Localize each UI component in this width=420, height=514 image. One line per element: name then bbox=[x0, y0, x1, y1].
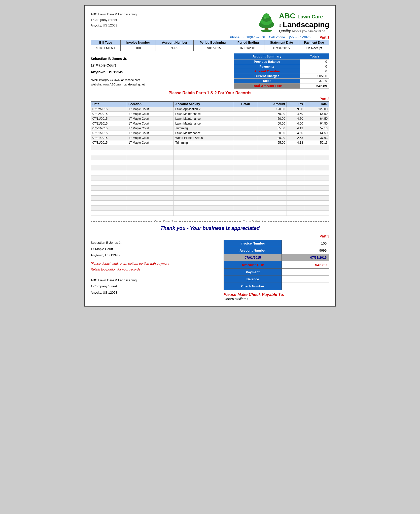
p3-account-label: Account Number bbox=[224, 247, 282, 254]
empty-row bbox=[91, 196, 329, 201]
col-total: Total bbox=[305, 102, 329, 107]
empty-row bbox=[91, 150, 329, 155]
part3-wrapper: Sebastian B Jones Jr. 17 Maple Court Any… bbox=[91, 240, 329, 301]
logo-tagline: Quality service you can count on. bbox=[279, 29, 329, 33]
cut-line-top: Cut on Dotted Line Cut on Dotted Line bbox=[91, 220, 329, 223]
cell-label: Cell Phone bbox=[269, 35, 285, 39]
customer-address2: Anytown, US 12345 bbox=[91, 69, 234, 76]
col-location: Location bbox=[127, 102, 174, 107]
detach-message: Please detach and return bottom portion … bbox=[91, 261, 216, 272]
prev-balance-value: 0 bbox=[300, 59, 329, 64]
col-period-beginning: Period Beginning bbox=[193, 40, 232, 45]
table-row: 07/21/201517 Maple CourtTrimming55.004.1… bbox=[91, 126, 329, 131]
part3-company-name: ABC Lawn Care & Landscaping bbox=[91, 277, 216, 284]
cut-text-left: Cut on Dotted Line bbox=[152, 220, 179, 223]
taxes-label: Taxes bbox=[234, 78, 300, 83]
activity-table: Date Location Account Activity Detail Am… bbox=[91, 101, 329, 216]
part1-label: Part 1 bbox=[320, 35, 329, 39]
empty-row bbox=[91, 175, 329, 180]
logo-ampersand: & bbox=[279, 24, 283, 28]
retain-message: Please Retain Parts 1 & 2 For Your Recor… bbox=[91, 91, 329, 95]
bill-table: Bill Type Invoice Number Account Number … bbox=[91, 40, 329, 51]
empty-row bbox=[91, 155, 329, 160]
col-amount: Amount bbox=[257, 102, 287, 107]
customer-name: Sebastian B Jones Jr. bbox=[91, 55, 234, 62]
part3-customer-addr1: 17 Maple Court bbox=[91, 246, 216, 252]
thank-you-message: Thank you - Your business is appreciated bbox=[91, 225, 329, 231]
payable-to-label: Please Make Check Payable To: bbox=[224, 292, 329, 297]
p3-payment-value bbox=[282, 269, 329, 276]
table-row: 07/31/201517 Maple CourtLawn Maintenance… bbox=[91, 131, 329, 136]
part3-customer-addr2: Anytown, US 12345 bbox=[91, 252, 216, 259]
email-line: eMail: info@ABCLawnLandscape.com bbox=[91, 78, 234, 82]
part3-company-addr2: Anycity, US 12053 bbox=[91, 290, 216, 296]
empty-row bbox=[91, 145, 329, 150]
prev-balance-label: Previous Balance bbox=[234, 59, 300, 64]
cut-text-right: Cut on Dotted Line bbox=[241, 220, 268, 223]
cut-line-right bbox=[268, 221, 329, 222]
company-address: ABC Lawn Care & Landscaping 1 Company St… bbox=[91, 12, 256, 28]
logo-landscaping: Landscaping bbox=[283, 20, 329, 29]
table-row: 07/11/201517 Maple CourtLawn Maintenance… bbox=[91, 116, 329, 121]
part3-company: ABC Lawn Care & Landscaping 1 Company St… bbox=[91, 277, 216, 296]
phone-line: Phone (518)875-9876 Cell Phone (555)555-… bbox=[91, 35, 329, 39]
p3-amount-label: Amount Due bbox=[224, 261, 282, 269]
period-ending: 07/31/2015 bbox=[232, 45, 264, 51]
account-number: 9999 bbox=[156, 45, 193, 51]
table-row: 07/31/201517 Maple CourtWeed Planted Are… bbox=[91, 136, 329, 140]
cut-line-mid bbox=[179, 221, 241, 222]
p3-check-label: Check Number bbox=[224, 283, 282, 290]
col-activity: Account Activity bbox=[174, 102, 234, 107]
col-tax: Tax bbox=[287, 102, 305, 107]
customer-contact: eMail: info@ABCLawnLandscape.com Website… bbox=[91, 78, 234, 87]
payable-to-name: Robert Williams bbox=[224, 297, 329, 301]
p3-payment-label: Payment bbox=[224, 269, 282, 276]
detach-line2: Retain top portion for your records bbox=[91, 267, 216, 272]
p3-period-begin: 07/01/2015 bbox=[224, 254, 282, 261]
bill-type: STATEMENT bbox=[91, 45, 121, 51]
invoice-number: 100 bbox=[120, 45, 156, 51]
empty-row bbox=[91, 206, 329, 211]
part3-left: Sebastian B Jones Jr. 17 Maple Court Any… bbox=[91, 240, 216, 296]
table-row: 07/02/201517 Maple CourtLawn Application… bbox=[91, 107, 329, 112]
company-logo: ABC Lawn Care & Landscaping Quality serv… bbox=[256, 12, 329, 33]
current-charges-value: 505.00 bbox=[300, 74, 329, 78]
col-period-ending: Period Ending bbox=[232, 40, 264, 45]
period-beginning: 07/01/2015 bbox=[193, 45, 232, 51]
middle-section: Sebastian B Jones Jr. 17 Maple Court Any… bbox=[91, 53, 329, 89]
p3-balance-label: Balance bbox=[224, 276, 282, 283]
payments-value: 0 bbox=[300, 64, 329, 69]
taxes-value: 37.89 bbox=[300, 78, 329, 83]
col-statement-date: Statement Date bbox=[264, 40, 299, 45]
table-row: 07/02/201517 Maple CourtLawn Maintenance… bbox=[91, 112, 329, 116]
total-due-value: 542.89 bbox=[300, 83, 329, 88]
cut-line-left bbox=[91, 221, 152, 222]
col-bill-type: Bill Type bbox=[91, 40, 121, 45]
logo-abc: ABC bbox=[279, 12, 297, 20]
detach-line1: Please detach and return bottom portion … bbox=[91, 261, 216, 266]
customer-address1: 17 Maple Court bbox=[91, 62, 234, 69]
statement-date: 07/31/2015 bbox=[264, 45, 299, 51]
empty-row bbox=[91, 180, 329, 186]
website-line: Website: www.ABCLawn-Landscaping.net bbox=[91, 82, 234, 87]
col-payment-due: Payment Due bbox=[299, 40, 329, 45]
empty-row bbox=[91, 186, 329, 191]
invoice-container: ABC Lawn Care & Landscaping 1 Company St… bbox=[84, 5, 336, 307]
table-row: 07/21/201517 Maple CourtLawn Maintenance… bbox=[91, 121, 329, 126]
part3-customer-name: Sebastian B Jones Jr. bbox=[91, 240, 216, 246]
part3-right: Invoice Number 100 Account Number 9999 0… bbox=[224, 240, 329, 301]
svg-point-1 bbox=[261, 29, 272, 32]
payments-label: Payments bbox=[234, 64, 300, 69]
tree-icon bbox=[256, 12, 276, 33]
p3-invoice-value: 100 bbox=[282, 240, 329, 247]
logo-lawn-care: Lawn Care bbox=[297, 14, 323, 19]
empty-row bbox=[91, 191, 329, 196]
empty-row bbox=[91, 211, 329, 216]
header: ABC Lawn Care & Landscaping 1 Company St… bbox=[91, 12, 329, 33]
part3-table: Invoice Number 100 Account Number 9999 0… bbox=[224, 240, 329, 290]
cell-number: (555)555-9876 bbox=[289, 35, 310, 39]
customer-info: Sebastian B Jones Jr. 17 Maple Court Any… bbox=[91, 53, 234, 89]
company-address2: Anycity, US 12053 bbox=[91, 23, 256, 28]
totals-header: Totals bbox=[300, 53, 329, 59]
company-address1: 1 Company Street bbox=[91, 17, 256, 23]
